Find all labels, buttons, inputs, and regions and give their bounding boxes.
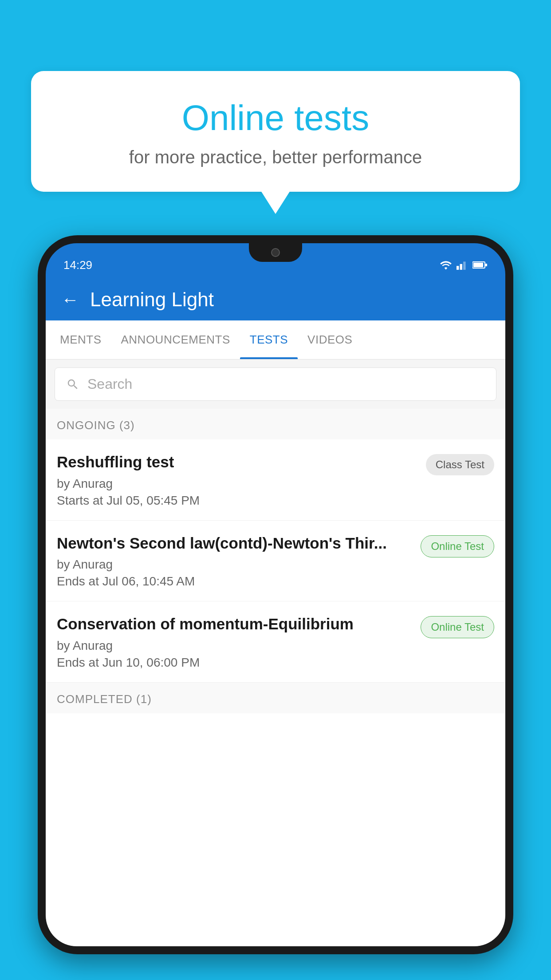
test-title-2: Newton's Second law(contd)-Newton's Thir… [57, 533, 412, 553]
wifi-icon [440, 260, 452, 270]
app-content: ← Learning Light MENTS ANNOUNCEMENTS TES… [46, 279, 505, 946]
test-date-3: Ends at Jun 10, 06:00 PM [57, 656, 412, 670]
svg-rect-2 [463, 261, 465, 269]
search-icon [66, 378, 79, 391]
test-info-2: Newton's Second law(contd)-Newton's Thir… [57, 533, 421, 589]
test-date-1: Starts at Jul 05, 05:45 PM [57, 494, 417, 508]
test-badge-1: Class Test [426, 454, 494, 475]
svg-rect-4 [473, 263, 483, 267]
test-badge-3: Online Test [421, 616, 494, 638]
test-title-3: Conservation of momentum-Equilibrium [57, 614, 412, 634]
test-list: Reshuffling test by Anurag Starts at Jul… [46, 439, 505, 683]
test-info-1: Reshuffling test by Anurag Starts at Jul… [57, 452, 426, 508]
tab-announcements[interactable]: ANNOUNCEMENTS [111, 320, 240, 359]
bubble-subtitle: for more practice, better performance [53, 147, 498, 167]
test-item-3[interactable]: Conservation of momentum-Equilibrium by … [46, 601, 505, 683]
test-item-2[interactable]: Newton's Second law(contd)-Newton's Thir… [46, 521, 505, 602]
ongoing-section-header: ONGOING (3) [46, 409, 505, 439]
test-author-3: by Anurag [57, 639, 412, 653]
test-info-3: Conservation of momentum-Equilibrium by … [57, 614, 421, 670]
search-container: Search [46, 360, 505, 409]
completed-section-header: COMPLETED (1) [46, 683, 505, 713]
notch [249, 243, 302, 262]
signal-icon [457, 260, 468, 270]
phone-frame-wrapper: 14:29 [38, 235, 513, 980]
tab-videos[interactable]: VIDEOS [298, 320, 362, 359]
tab-ments[interactable]: MENTS [50, 320, 111, 359]
battery-icon [472, 260, 488, 270]
tabs-bar: MENTS ANNOUNCEMENTS TESTS VIDEOS [46, 320, 505, 360]
status-time: 14:29 [63, 258, 92, 272]
app-bar-title: Learning Light [90, 288, 214, 311]
bubble-title: Online tests [53, 98, 498, 138]
svg-rect-5 [485, 264, 487, 266]
tab-tests[interactable]: TESTS [240, 320, 298, 359]
camera [271, 248, 280, 257]
status-icons [440, 260, 488, 270]
test-author-1: by Anurag [57, 477, 417, 491]
test-badge-2: Online Test [421, 535, 494, 557]
svg-rect-0 [457, 266, 459, 270]
status-bar: 14:29 [46, 243, 505, 279]
app-bar: ← Learning Light [46, 279, 505, 320]
speech-bubble: Online tests for more practice, better p… [31, 71, 520, 192]
search-placeholder: Search [87, 376, 132, 392]
back-button[interactable]: ← [61, 290, 79, 310]
test-date-2: Ends at Jul 06, 10:45 AM [57, 574, 412, 589]
svg-rect-1 [460, 264, 462, 270]
test-title-1: Reshuffling test [57, 452, 417, 472]
search-bar[interactable]: Search [55, 368, 496, 401]
test-author-2: by Anurag [57, 557, 412, 572]
phone-frame: 14:29 [38, 235, 513, 954]
test-item-1[interactable]: Reshuffling test by Anurag Starts at Jul… [46, 439, 505, 521]
